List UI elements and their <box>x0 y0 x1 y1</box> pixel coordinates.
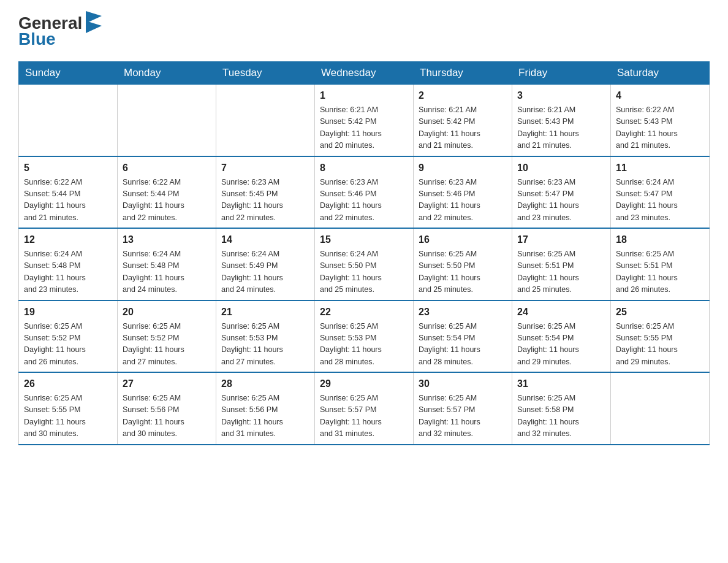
calendar-cell: 28Sunrise: 6:25 AM Sunset: 5:56 PM Dayli… <box>216 372 315 445</box>
day-number: 7 <box>221 161 309 175</box>
day-info: Sunrise: 6:22 AM Sunset: 5:44 PM Dayligh… <box>24 177 112 224</box>
day-number: 8 <box>320 161 408 175</box>
day-info: Sunrise: 6:25 AM Sunset: 5:56 PM Dayligh… <box>123 393 211 440</box>
day-number: 22 <box>320 305 408 320</box>
calendar-cell: 12Sunrise: 6:24 AM Sunset: 5:48 PM Dayli… <box>19 228 118 301</box>
day-number: 19 <box>24 305 112 320</box>
calendar-cell: 22Sunrise: 6:25 AM Sunset: 5:53 PM Dayli… <box>315 301 414 373</box>
day-number: 16 <box>419 232 507 247</box>
day-number: 24 <box>517 305 605 320</box>
day-info: Sunrise: 6:25 AM Sunset: 5:54 PM Dayligh… <box>419 321 507 369</box>
day-number: 6 <box>123 161 211 175</box>
calendar-cell: 14Sunrise: 6:24 AM Sunset: 5:49 PM Dayli… <box>216 228 315 301</box>
day-header-monday: Monday <box>118 62 216 85</box>
day-info: Sunrise: 6:25 AM Sunset: 5:56 PM Dayligh… <box>221 393 309 440</box>
day-info: Sunrise: 6:24 AM Sunset: 5:49 PM Dayligh… <box>221 248 309 296</box>
calendar-cell: 15Sunrise: 6:24 AM Sunset: 5:50 PM Dayli… <box>315 228 414 301</box>
svg-marker-0 <box>86 11 102 23</box>
calendar-cell: 19Sunrise: 6:25 AM Sunset: 5:52 PM Dayli… <box>19 301 118 373</box>
calendar-cell: 16Sunrise: 6:25 AM Sunset: 5:50 PM Dayli… <box>414 228 512 301</box>
day-header-friday: Friday <box>512 62 611 85</box>
day-info: Sunrise: 6:24 AM Sunset: 5:50 PM Dayligh… <box>320 248 408 296</box>
day-number: 13 <box>123 232 211 247</box>
day-info: Sunrise: 6:22 AM Sunset: 5:43 PM Dayligh… <box>616 104 704 152</box>
day-header-thursday: Thursday <box>414 62 512 85</box>
calendar-week-row: 19Sunrise: 6:25 AM Sunset: 5:52 PM Dayli… <box>19 301 710 373</box>
day-info: Sunrise: 6:25 AM Sunset: 5:51 PM Dayligh… <box>616 248 704 296</box>
calendar-cell: 25Sunrise: 6:25 AM Sunset: 5:55 PM Dayli… <box>611 301 710 373</box>
calendar-header-row: SundayMondayTuesdayWednesdayThursdayFrid… <box>19 62 710 85</box>
calendar-cell: 31Sunrise: 6:25 AM Sunset: 5:58 PM Dayli… <box>512 372 611 445</box>
day-number: 1 <box>320 88 408 103</box>
day-info: Sunrise: 6:21 AM Sunset: 5:42 PM Dayligh… <box>320 104 408 152</box>
day-info: Sunrise: 6:25 AM Sunset: 5:52 PM Dayligh… <box>123 321 211 369</box>
logo: General Blue <box>18 12 104 49</box>
calendar-cell: 24Sunrise: 6:25 AM Sunset: 5:54 PM Dayli… <box>512 301 611 373</box>
day-info: Sunrise: 6:25 AM Sunset: 5:53 PM Dayligh… <box>320 321 408 369</box>
day-info: Sunrise: 6:25 AM Sunset: 5:51 PM Dayligh… <box>517 248 605 296</box>
calendar-cell: 10Sunrise: 6:23 AM Sunset: 5:47 PM Dayli… <box>512 156 611 229</box>
day-info: Sunrise: 6:24 AM Sunset: 5:47 PM Dayligh… <box>616 177 704 224</box>
calendar-cell: 21Sunrise: 6:25 AM Sunset: 5:53 PM Dayli… <box>216 301 315 373</box>
day-info: Sunrise: 6:23 AM Sunset: 5:47 PM Dayligh… <box>517 177 605 224</box>
day-number: 9 <box>419 161 507 175</box>
day-number: 26 <box>24 377 112 391</box>
calendar-week-row: 5Sunrise: 6:22 AM Sunset: 5:44 PM Daylig… <box>19 156 710 229</box>
calendar-cell: 26Sunrise: 6:25 AM Sunset: 5:55 PM Dayli… <box>19 372 118 445</box>
calendar-week-row: 1Sunrise: 6:21 AM Sunset: 5:42 PM Daylig… <box>19 85 710 156</box>
calendar-week-row: 12Sunrise: 6:24 AM Sunset: 5:48 PM Dayli… <box>19 228 710 301</box>
day-number: 21 <box>221 305 309 320</box>
day-info: Sunrise: 6:21 AM Sunset: 5:43 PM Dayligh… <box>517 104 605 152</box>
day-number: 27 <box>123 377 211 391</box>
day-number: 15 <box>320 232 408 247</box>
day-info: Sunrise: 6:23 AM Sunset: 5:46 PM Dayligh… <box>320 177 408 224</box>
calendar-cell: 17Sunrise: 6:25 AM Sunset: 5:51 PM Dayli… <box>512 228 611 301</box>
day-info: Sunrise: 6:25 AM Sunset: 5:52 PM Dayligh… <box>24 321 112 369</box>
day-info: Sunrise: 6:25 AM Sunset: 5:58 PM Dayligh… <box>517 393 605 440</box>
calendar-week-row: 26Sunrise: 6:25 AM Sunset: 5:55 PM Dayli… <box>19 372 710 445</box>
calendar-cell <box>19 85 118 156</box>
day-info: Sunrise: 6:25 AM Sunset: 5:53 PM Dayligh… <box>221 321 309 369</box>
svg-marker-1 <box>86 21 102 33</box>
day-info: Sunrise: 6:25 AM Sunset: 5:50 PM Dayligh… <box>419 248 507 296</box>
day-number: 23 <box>419 305 507 320</box>
day-number: 2 <box>419 88 507 103</box>
calendar-cell: 1Sunrise: 6:21 AM Sunset: 5:42 PM Daylig… <box>315 85 414 156</box>
day-number: 30 <box>419 377 507 391</box>
calendar-cell: 4Sunrise: 6:22 AM Sunset: 5:43 PM Daylig… <box>611 85 710 156</box>
calendar-cell: 18Sunrise: 6:25 AM Sunset: 5:51 PM Dayli… <box>611 228 710 301</box>
day-header-sunday: Sunday <box>19 62 118 85</box>
day-number: 29 <box>320 377 408 391</box>
calendar-cell: 5Sunrise: 6:22 AM Sunset: 5:44 PM Daylig… <box>19 156 118 229</box>
calendar-cell: 2Sunrise: 6:21 AM Sunset: 5:42 PM Daylig… <box>414 85 512 156</box>
day-header-tuesday: Tuesday <box>216 62 315 85</box>
day-number: 12 <box>24 232 112 247</box>
calendar-cell: 29Sunrise: 6:25 AM Sunset: 5:57 PM Dayli… <box>315 372 414 445</box>
day-info: Sunrise: 6:24 AM Sunset: 5:48 PM Dayligh… <box>24 248 112 296</box>
calendar-cell: 8Sunrise: 6:23 AM Sunset: 5:46 PM Daylig… <box>315 156 414 229</box>
day-info: Sunrise: 6:25 AM Sunset: 5:57 PM Dayligh… <box>419 393 507 440</box>
calendar-cell: 30Sunrise: 6:25 AM Sunset: 5:57 PM Dayli… <box>414 372 512 445</box>
day-number: 5 <box>24 161 112 175</box>
day-number: 14 <box>221 232 309 247</box>
calendar-cell: 13Sunrise: 6:24 AM Sunset: 5:48 PM Dayli… <box>118 228 216 301</box>
day-header-saturday: Saturday <box>611 62 710 85</box>
calendar-cell: 9Sunrise: 6:23 AM Sunset: 5:46 PM Daylig… <box>414 156 512 229</box>
calendar-cell: 20Sunrise: 6:25 AM Sunset: 5:52 PM Dayli… <box>118 301 216 373</box>
day-number: 11 <box>616 161 704 175</box>
logo-blue: Blue <box>18 29 56 49</box>
calendar-cell: 11Sunrise: 6:24 AM Sunset: 5:47 PM Dayli… <box>611 156 710 229</box>
day-number: 3 <box>517 88 605 103</box>
day-number: 17 <box>517 232 605 247</box>
day-info: Sunrise: 6:25 AM Sunset: 5:54 PM Dayligh… <box>517 321 605 369</box>
day-info: Sunrise: 6:25 AM Sunset: 5:55 PM Dayligh… <box>24 393 112 440</box>
calendar-cell: 3Sunrise: 6:21 AM Sunset: 5:43 PM Daylig… <box>512 85 611 156</box>
calendar-cell: 7Sunrise: 6:23 AM Sunset: 5:45 PM Daylig… <box>216 156 315 229</box>
calendar-cell <box>118 85 216 156</box>
day-info: Sunrise: 6:23 AM Sunset: 5:46 PM Dayligh… <box>419 177 507 224</box>
day-number: 10 <box>517 161 605 175</box>
day-number: 18 <box>616 232 704 247</box>
day-info: Sunrise: 6:23 AM Sunset: 5:45 PM Dayligh… <box>221 177 309 224</box>
calendar-cell: 23Sunrise: 6:25 AM Sunset: 5:54 PM Dayli… <box>414 301 512 373</box>
day-number: 31 <box>517 377 605 391</box>
